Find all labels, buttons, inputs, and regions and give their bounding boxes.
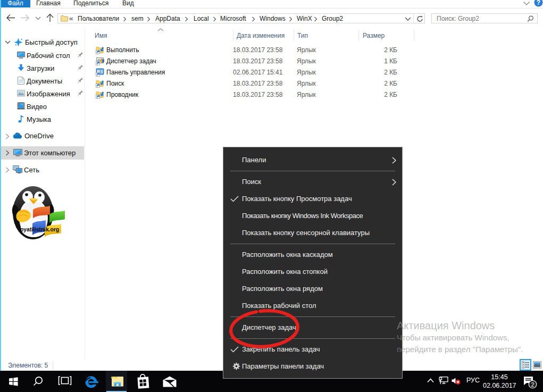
svg-text:?: ? <box>537 0 540 6</box>
svg-text:2: 2 <box>531 381 534 388</box>
svg-text:pyatilistnik.org: pyatilistnik.org <box>20 226 59 232</box>
